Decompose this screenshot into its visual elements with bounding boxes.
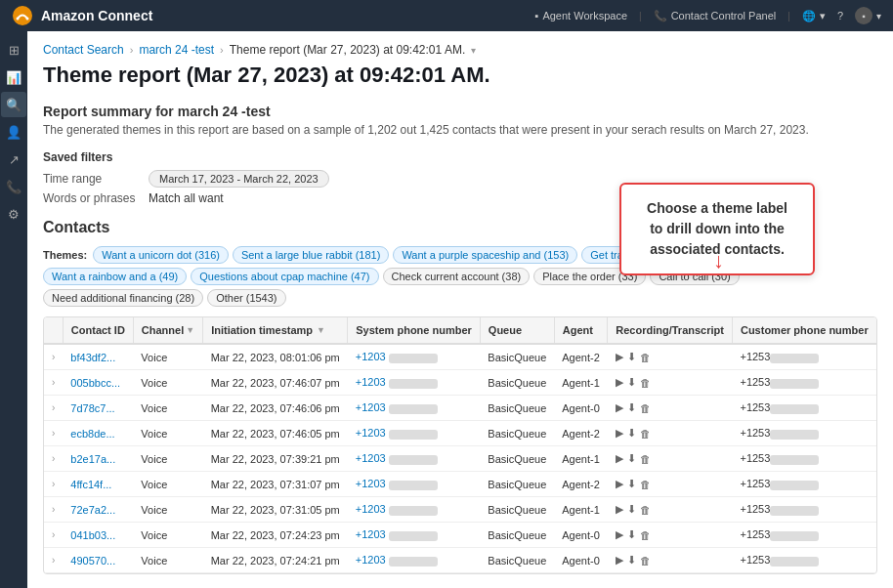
user-menu-button[interactable]: ▪ ▾ (855, 7, 881, 24)
contact-id-link-3[interactable]: ecb8de... (70, 428, 114, 440)
theme-tag-1[interactable]: Sent a large blue rabbit (181) (233, 246, 389, 264)
delete-icon-3[interactable]: 🗑 (640, 428, 651, 440)
contact-id-link-0[interactable]: bf43df2... (70, 352, 115, 363)
help-button[interactable]: ? (837, 10, 843, 21)
contact-id-link-4[interactable]: b2e17a... (70, 453, 115, 465)
system-phone-link-7[interactable]: +1203 (356, 528, 386, 540)
theme-tag-0[interactable]: Want a unicorn dot (316) (93, 246, 229, 264)
theme-tag-10[interactable]: Other (1543) (207, 289, 285, 307)
sidebar-item-search[interactable]: 🔍 (1, 92, 26, 117)
th-agent: Agent (554, 317, 608, 344)
cust-phone-blurred-0 (770, 354, 819, 363)
play-icon-4[interactable]: ▶ (616, 452, 623, 465)
agent-workspace-button[interactable]: ▪ Agent Workspace (535, 10, 628, 21)
th-channel[interactable]: Channel ▼ (133, 317, 202, 344)
play-icon-1[interactable]: ▶ (616, 376, 623, 389)
saved-filters-title: Saved filters (43, 150, 877, 164)
sidebar-item-users[interactable]: 👤 (1, 119, 26, 145)
sidebar-item-chart[interactable]: 📊 (1, 64, 26, 90)
breadcrumb-chevron-icon[interactable]: ▾ (471, 45, 476, 56)
row-expand-4[interactable]: › (44, 446, 63, 472)
play-icon-6[interactable]: ▶ (616, 503, 623, 516)
system-phone-link-1[interactable]: +1203 (356, 376, 386, 388)
delete-icon-5[interactable]: 🗑 (640, 479, 651, 490)
row-expand-6[interactable]: › (44, 497, 63, 523)
play-icon-0[interactable]: ▶ (616, 351, 623, 363)
delete-icon-8[interactable]: 🗑 (640, 555, 651, 567)
contact-id-link-8[interactable]: 490570... (70, 555, 115, 567)
row-queue-5: BasicQueue (480, 472, 554, 497)
play-icon-8[interactable]: ▶ (616, 554, 623, 567)
row-recording-0: ▶ ⬇ 🗑 (608, 344, 733, 370)
theme-tag-6[interactable]: Check current account (38) (383, 268, 531, 285)
cust-phone-blurred-3 (770, 430, 819, 440)
download-icon-5[interactable]: ⬇ (627, 478, 636, 490)
contact-id-link-7[interactable]: 041b03... (70, 529, 115, 541)
breadcrumb-march-test[interactable]: march 24 -test (139, 43, 214, 57)
play-icon-3[interactable]: ▶ (616, 427, 623, 440)
download-icon-8[interactable]: ⬇ (627, 554, 636, 567)
download-icon-3[interactable]: ⬇ (627, 427, 636, 440)
download-icon-7[interactable]: ⬇ (627, 528, 636, 541)
row-agent-0: Agent-2 (554, 344, 608, 370)
contact-id-link-2[interactable]: 7d78c7... (70, 402, 114, 414)
download-icon-2[interactable]: ⬇ (627, 401, 636, 414)
theme-tag-4[interactable]: Want a rainbow and a (49) (43, 268, 187, 285)
system-phone-link-8[interactable]: +1203 (356, 554, 386, 566)
download-icon-0[interactable]: ⬇ (627, 351, 636, 363)
row-expand-0[interactable]: › (44, 344, 63, 370)
language-button[interactable]: 🌐 ▾ (802, 10, 826, 22)
system-phone-link-6[interactable]: +1203 (356, 503, 386, 515)
th-contact-id[interactable]: Contact ID (63, 317, 133, 344)
play-icon-7[interactable]: ▶ (616, 528, 623, 541)
delete-icon-0[interactable]: 🗑 (640, 352, 651, 363)
theme-tag-9[interactable]: Need additional financing (28) (43, 289, 203, 307)
system-phone-link-2[interactable]: +1203 (356, 401, 386, 413)
row-expand-5[interactable]: › (44, 472, 63, 497)
row-expand-1[interactable]: › (44, 370, 63, 396)
download-icon-6[interactable]: ⬇ (627, 503, 636, 516)
play-icon-5[interactable]: ▶ (616, 478, 623, 490)
theme-tag-5[interactable]: Questions about cpap machine (47) (191, 268, 378, 285)
delete-icon-2[interactable]: 🗑 (640, 402, 651, 414)
row-recording-7: ▶ ⬇ 🗑 (608, 523, 733, 548)
delete-icon-6[interactable]: 🗑 (640, 504, 651, 516)
system-phone-link-5[interactable]: +1203 (356, 478, 386, 489)
filter-time-range-label: Time range (43, 172, 141, 186)
row-recording-8: ▶ ⬇ 🗑 (608, 548, 733, 573)
report-summary: Report summary for march 24 -test The ge… (43, 104, 877, 137)
contact-control-panel-button[interactable]: 📞 Contact Control Panel (654, 10, 777, 22)
th-initiation-timestamp[interactable]: Initiation timestamp ▼ (203, 317, 348, 344)
sidebar-item-grid[interactable]: ⊞ (1, 37, 26, 63)
system-phone-link-3[interactable]: +1203 (356, 427, 386, 439)
row-expand-3[interactable]: › (44, 421, 63, 446)
theme-tag-2[interactable]: Want a purple spaceship and (153) (393, 246, 577, 264)
delete-icon-1[interactable]: 🗑 (640, 377, 651, 389)
system-phone-link-0[interactable]: +1203 (356, 351, 386, 362)
row-expand-7[interactable]: › (44, 523, 63, 548)
delete-icon-7[interactable]: 🗑 (640, 529, 651, 541)
row-queue-0: BasicQueue (480, 344, 554, 370)
contact-id-link-5[interactable]: 4ffc14f... (70, 479, 111, 490)
row-agent-1: Agent-1 (554, 370, 608, 396)
th-disconnect-time: Disconnect time (876, 317, 877, 344)
delete-icon-4[interactable]: 🗑 (640, 453, 651, 465)
sidebar-item-routing[interactable]: ↗ (1, 147, 26, 172)
download-icon-1[interactable]: ⬇ (627, 376, 636, 389)
sidebar-item-settings[interactable]: ⚙ (1, 201, 26, 227)
contact-id-link-1[interactable]: 005bbcc... (70, 377, 120, 389)
cust-phone-blurred-7 (770, 531, 819, 541)
th-queue: Queue (480, 317, 554, 344)
row-expand-8[interactable]: › (44, 548, 63, 573)
play-icon-2[interactable]: ▶ (616, 401, 623, 414)
download-icon-4[interactable]: ⬇ (627, 452, 636, 465)
breadcrumb-contact-search[interactable]: Contact Search (43, 43, 124, 57)
contact-id-link-6[interactable]: 72e7a2... (70, 504, 115, 516)
channel-filter-icon[interactable]: ▼ (186, 325, 194, 335)
row-timestamp-0: Mar 22, 2023, 08:01:06 pm (203, 344, 348, 370)
system-phone-link-4[interactable]: +1203 (356, 452, 386, 464)
row-expand-2[interactable]: › (44, 396, 63, 421)
row-queue-7: BasicQueue (480, 523, 554, 548)
sidebar-item-phone[interactable]: 📞 (1, 174, 26, 199)
globe-icon: 🌐 (802, 10, 816, 22)
